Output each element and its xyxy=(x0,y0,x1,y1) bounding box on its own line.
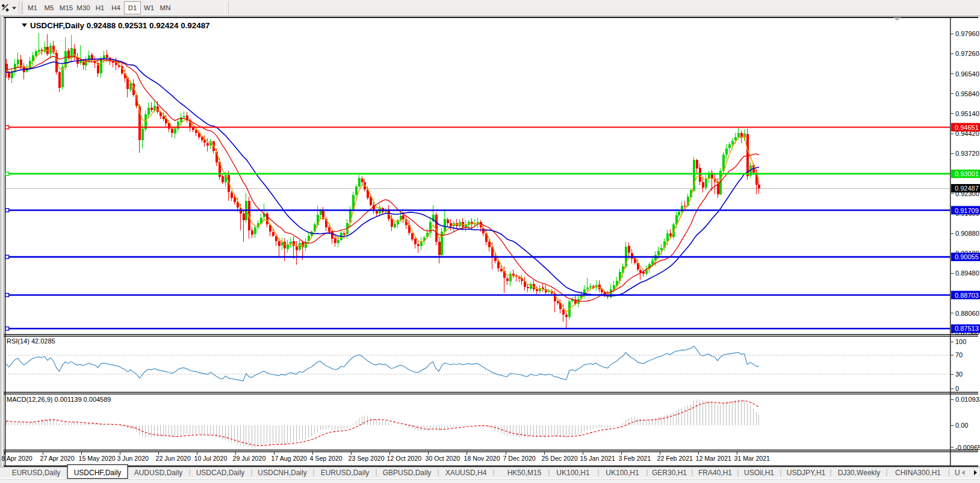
svg-text:0.90880: 0.90880 xyxy=(955,230,979,237)
svg-text:17 Aug 2020: 17 Aug 2020 xyxy=(271,455,308,462)
svg-text:FRA40,H1: FRA40,H1 xyxy=(698,469,732,477)
svg-text:27 Apr 2020: 27 Apr 2020 xyxy=(40,455,75,462)
svg-text:3 Jun 2020: 3 Jun 2020 xyxy=(117,455,149,462)
svg-text:3 Feb 2021: 3 Feb 2021 xyxy=(619,455,651,462)
svg-text:100: 100 xyxy=(955,338,966,345)
svg-text:0.00: 0.00 xyxy=(955,422,968,429)
svg-text:7 Dec 2020: 7 Dec 2020 xyxy=(503,455,536,462)
svg-text:UK100,H1: UK100,H1 xyxy=(556,469,590,477)
svg-text:M30: M30 xyxy=(76,4,90,11)
svg-text:0.96540: 0.96540 xyxy=(955,70,979,78)
svg-text:0.88060: 0.88060 xyxy=(955,310,979,317)
svg-text:DJ30,Weekly: DJ30,Weekly xyxy=(838,469,880,477)
svg-text:U: U xyxy=(955,469,960,477)
svg-text:D1: D1 xyxy=(128,4,137,11)
svg-text:15 Jan 2021: 15 Jan 2021 xyxy=(580,455,615,462)
svg-text:0.95840: 0.95840 xyxy=(955,90,979,97)
svg-text:XAUUSD,H4: XAUUSD,H4 xyxy=(445,469,487,477)
svg-text:USDCHF,Daily 0.92488 0.92531: USDCHF,Daily 0.92488 0.92531 0.92424 0.9… xyxy=(30,21,210,30)
svg-text:M15: M15 xyxy=(60,4,73,11)
svg-text:4 Sep 2020: 4 Sep 2020 xyxy=(310,455,343,462)
svg-text:18 Nov 2020: 18 Nov 2020 xyxy=(464,455,500,462)
svg-text:0.88703: 0.88703 xyxy=(955,292,979,299)
svg-text:31 Mar 2021: 31 Mar 2021 xyxy=(734,455,771,462)
svg-text:12 Mar 2021: 12 Mar 2021 xyxy=(696,455,732,462)
svg-text:12 Oct 2020: 12 Oct 2020 xyxy=(387,455,422,462)
svg-text:M5: M5 xyxy=(45,4,54,11)
svg-text:22 Feb 2021: 22 Feb 2021 xyxy=(657,455,693,462)
svg-text:0.89480: 0.89480 xyxy=(955,269,979,277)
svg-text:70: 70 xyxy=(955,351,963,358)
svg-text:UK100,H1: UK100,H1 xyxy=(606,469,639,477)
svg-text:MACD(12,26,9) 0.001139 0.00458: MACD(12,26,9) 0.001139 0.004589 xyxy=(7,396,111,403)
svg-text:EURUSD,Daily: EURUSD,Daily xyxy=(12,469,61,477)
svg-text:15 May 2020: 15 May 2020 xyxy=(79,455,116,462)
svg-text:0.010933: 0.010933 xyxy=(955,396,980,403)
svg-text:30 Oct 2020: 30 Oct 2020 xyxy=(426,455,461,462)
svg-text:22 Jun 2020: 22 Jun 2020 xyxy=(156,455,191,462)
svg-text:M1: M1 xyxy=(28,4,37,11)
svg-text:W1: W1 xyxy=(144,4,154,11)
svg-text:H1: H1 xyxy=(96,4,105,11)
svg-text:30: 30 xyxy=(955,371,963,378)
svg-text:0.93001: 0.93001 xyxy=(955,170,979,177)
svg-text:29 Jul 2020: 29 Jul 2020 xyxy=(233,455,266,462)
svg-text:0.90055: 0.90055 xyxy=(955,253,979,260)
svg-text:H4: H4 xyxy=(111,4,120,11)
svg-text:0.94651: 0.94651 xyxy=(955,124,979,131)
svg-text:USOil,H1: USOil,H1 xyxy=(744,469,774,477)
svg-text:USDCAD,Daily: USDCAD,Daily xyxy=(196,469,245,477)
svg-text:CHINA300,H1: CHINA300,H1 xyxy=(895,469,941,477)
svg-text:0.87513: 0.87513 xyxy=(955,325,979,332)
svg-text:USDJPY,H1: USDJPY,H1 xyxy=(787,469,826,477)
svg-text:HK50,M15: HK50,M15 xyxy=(507,469,542,477)
svg-text:MN: MN xyxy=(160,4,171,11)
svg-text:-0.009653: -0.009653 xyxy=(955,444,980,451)
svg-text:0.95140: 0.95140 xyxy=(955,110,979,117)
svg-text:0.97260: 0.97260 xyxy=(955,50,979,57)
svg-text:USDCHF,Daily: USDCHF,Daily xyxy=(74,469,122,477)
svg-text:0.97960: 0.97960 xyxy=(955,30,979,37)
svg-text:25 Dec 2020: 25 Dec 2020 xyxy=(542,455,578,462)
svg-text:GBPUSD,Daily: GBPUSD,Daily xyxy=(383,469,432,477)
svg-text:10 Jul 2020: 10 Jul 2020 xyxy=(194,455,228,462)
svg-text:0.92487: 0.92487 xyxy=(955,185,979,192)
svg-text:RSI(14) 42.0285: RSI(14) 42.0285 xyxy=(7,337,55,345)
svg-text:USDCNH,Daily: USDCNH,Daily xyxy=(258,469,306,477)
svg-text:AUDUSD,Daily: AUDUSD,Daily xyxy=(134,469,183,477)
svg-text:0.91709: 0.91709 xyxy=(955,207,979,214)
svg-text:0.93720: 0.93720 xyxy=(955,150,979,157)
svg-text:0: 0 xyxy=(955,385,959,392)
svg-text:8 Apr 2020: 8 Apr 2020 xyxy=(2,455,33,462)
svg-text:GER30,H1: GER30,H1 xyxy=(652,469,687,477)
svg-text:EURUSD,Daily: EURUSD,Daily xyxy=(321,469,370,477)
svg-text:23 Sep 2020: 23 Sep 2020 xyxy=(349,455,385,462)
